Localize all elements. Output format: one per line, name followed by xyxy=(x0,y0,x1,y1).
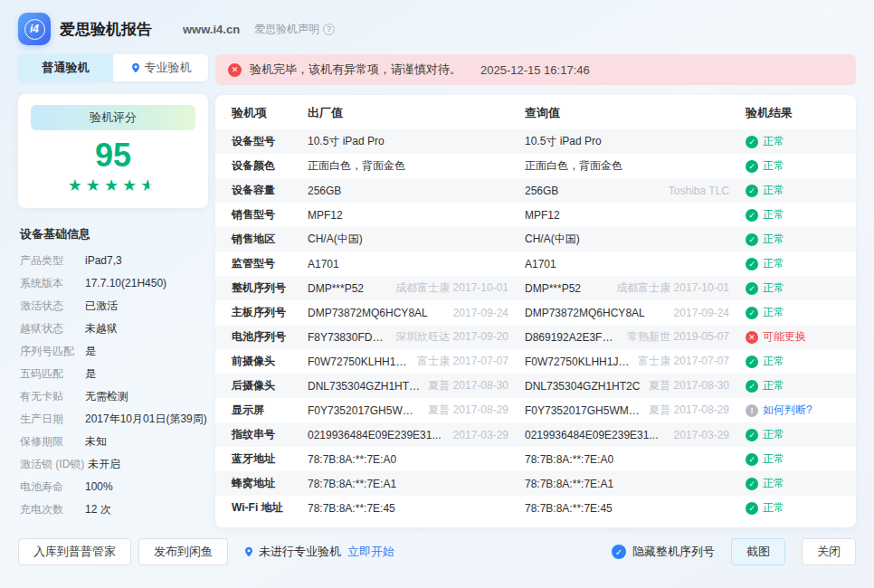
factory-value: 78:7B:8A:**:7E:45 xyxy=(308,502,395,515)
cell-item-name: 前摄像头 xyxy=(232,354,308,369)
factory-value: DMP***P52 xyxy=(308,282,364,295)
table-row: 电池序列号 F8Y73830FDQH8DGAW 深圳欣旺达 2017-09-20… xyxy=(215,325,856,349)
query-value: A1701 xyxy=(525,258,556,270)
info-label: 产品类型 xyxy=(20,250,81,272)
cell-item-name: 蓝牙地址 xyxy=(232,451,308,467)
hide-serial-checkbox[interactable]: ✓ xyxy=(612,545,626,559)
cell-query-value: MPF12 xyxy=(525,209,746,222)
table-row: 监管型号 A1701 A1701 正常 xyxy=(215,251,856,276)
col-result: 验机结果 xyxy=(746,105,840,121)
cell-factory-value: F0W72750KLHH1JJ1P 富士康 2017-07-07 xyxy=(308,354,525,369)
query-value: 78:7B:8A:**:7E:A0 xyxy=(525,453,613,466)
info-label: 生产日期 xyxy=(20,408,81,431)
info-value: 是 xyxy=(85,363,96,385)
factory-note: 成都富士康 2017-10-01 xyxy=(395,280,508,296)
table-row: Wi-Fi 地址 78:7B:8A:**:7E:45 78:7B:8A:**:7… xyxy=(215,496,856,520)
cell-item-name: 设备型号 xyxy=(232,134,308,149)
device-info-row: 有无卡贴 无需检测 xyxy=(20,385,206,408)
table-row: 主板序列号 DMP73872MQ6HCY8AL 2017-09-24 DMP73… xyxy=(215,300,856,325)
cell-query-value: D869192A2E3FQ8Q84 常熟新世 2019-05-07 xyxy=(525,329,746,345)
tab-pro-label: 专业验机 xyxy=(145,60,192,76)
query-note: 夏普 2017-08-29 xyxy=(649,403,729,418)
query-note: 夏普 2017-08-30 xyxy=(649,378,729,394)
start-now-link[interactable]: 立即开始 xyxy=(347,544,394,560)
alert-text: 验机完毕，该机有异常项，请谨慎对待。 xyxy=(250,62,461,78)
error-icon: ✕ xyxy=(228,63,242,77)
status-icon xyxy=(746,209,758,222)
publish-to-xianyu-button[interactable]: 发布到闲鱼 xyxy=(138,538,228,565)
result-text: 正常 xyxy=(763,354,784,369)
table-row: 指纹串号 0219936484E09E239E31... 2017-03-29 … xyxy=(215,422,856,447)
info-label: 越狱状态 xyxy=(20,318,81,340)
result-text: 正常 xyxy=(763,451,784,467)
result-text: 正常 xyxy=(763,232,784,247)
factory-value: 0219936484E09E239E31... xyxy=(308,429,441,441)
cell-query-value: A1701 xyxy=(525,258,746,270)
star-rating: ★★★★★ xyxy=(31,175,195,195)
cell-query-value: 78:7B:8A:**:7E:A1 xyxy=(525,478,746,490)
factory-value: F0W72750KLHH1JJ1P xyxy=(308,356,410,368)
factory-value: F0Y7352017GH5WMAH... xyxy=(308,404,421,417)
cell-query-value: 10.5寸 iPad Pro xyxy=(525,134,746,149)
question-icon: ? xyxy=(323,24,335,35)
mode-tabs: 普通验机 专业验机 xyxy=(18,54,208,81)
tab-normal-check[interactable]: 普通验机 xyxy=(18,54,113,81)
statement-link[interactable]: 爱思验机声明 ? xyxy=(254,22,335,37)
cell-item-name: 后摄像头 xyxy=(232,378,308,394)
factory-value: 78:7B:8A:**:7E:A0 xyxy=(308,453,396,466)
pin-icon xyxy=(243,545,254,558)
cell-result: 正常 xyxy=(746,451,840,467)
query-value: DMP73872MQ6HCY8AL xyxy=(525,307,645,319)
pro-check-hint: 未进行专业验机 立即开始 xyxy=(243,544,394,560)
screenshot-button[interactable]: 截图 xyxy=(731,538,785,565)
tab-pro-check[interactable]: 专业验机 xyxy=(113,54,208,81)
device-info-row: 电池寿命 100% xyxy=(20,476,206,498)
cell-item-name: 销售地区 xyxy=(232,232,308,247)
cell-result: 正常 xyxy=(746,183,840,198)
info-label: 激活状态 xyxy=(20,295,81,318)
cell-result: 正常 xyxy=(746,427,840,442)
result-text: 正常 xyxy=(763,305,784,320)
device-info-row: 五码匹配 是 xyxy=(20,363,206,385)
device-info-list: 产品类型 iPad7,3 系统版本 17.7.10(21H450) 激活状态 已… xyxy=(20,250,206,521)
result-text[interactable]: 如何判断? xyxy=(763,403,812,418)
cell-query-value: 78:7B:8A:**:7E:A0 xyxy=(525,453,746,466)
cell-item-name: 指纹串号 xyxy=(232,427,308,442)
info-value: 是 xyxy=(85,340,96,363)
cell-factory-value: 78:7B:8A:**:7E:A0 xyxy=(308,453,525,466)
result-text: 正常 xyxy=(763,378,784,394)
cell-result: 正常 xyxy=(746,305,840,320)
factory-note: 2017-03-29 xyxy=(453,429,508,441)
result-text: 正常 xyxy=(763,256,784,271)
cell-item-name: 整机序列号 xyxy=(232,280,308,296)
info-label: 有无卡贴 xyxy=(20,385,81,408)
cell-result: 正常 xyxy=(746,378,840,394)
query-note: 2017-03-29 xyxy=(674,429,729,441)
cell-item-name: 显示屏 xyxy=(232,403,308,418)
status-icon xyxy=(746,404,758,417)
score-card: 验机评分 95 ★★★★★ xyxy=(18,94,208,208)
pin-icon xyxy=(130,62,141,74)
cell-query-value: F0Y7352017GH5WMAH... 夏普 2017-08-29 xyxy=(525,403,746,418)
cell-query-value: DMP***P52 成都富士康 2017-10-01 xyxy=(525,280,746,296)
result-text: 正常 xyxy=(763,500,784,516)
cell-item-name: 销售型号 xyxy=(232,207,308,223)
device-info-row: 产品类型 iPad7,3 xyxy=(20,250,206,272)
left-sidebar: 普通验机 专业验机 验机评分 95 ★★★★★ 设备基础信息 产品类型 xyxy=(18,54,208,521)
query-value: 正面白色，背面金色 xyxy=(525,158,622,174)
query-value: DNL735304GZH1HT2C xyxy=(525,380,640,393)
device-info-row: 生产日期 2017年10月01日(第39周) xyxy=(20,408,206,431)
report-page: i4 爱思验机报告 www.i4.cn 爱思验机声明 ? 普通验机 专业验机 验… xyxy=(0,0,874,565)
score-value: 95 xyxy=(31,138,195,174)
result-text: 正常 xyxy=(763,134,784,149)
store-to-manager-button[interactable]: 入库到普普管家 xyxy=(18,538,131,565)
close-button[interactable]: 关闭 xyxy=(802,538,856,565)
query-value: F0W72750KLHH1JJ1P xyxy=(525,356,631,368)
query-value: F0Y7352017GH5WMAH... xyxy=(525,404,641,417)
query-value: D869192A2E3FQ8Q84 xyxy=(525,331,620,344)
verification-table: 验机项 出厂值 查询值 验机结果 设备型号 10.5寸 iPad Pro xyxy=(215,95,856,527)
status-icon xyxy=(746,502,758,515)
factory-value: 正面白色，背面金色 xyxy=(308,158,405,174)
factory-value: 78:7B:8A:**:7E:A1 xyxy=(308,478,396,490)
cell-factory-value: DMP***P52 成都富士康 2017-10-01 xyxy=(308,280,525,296)
